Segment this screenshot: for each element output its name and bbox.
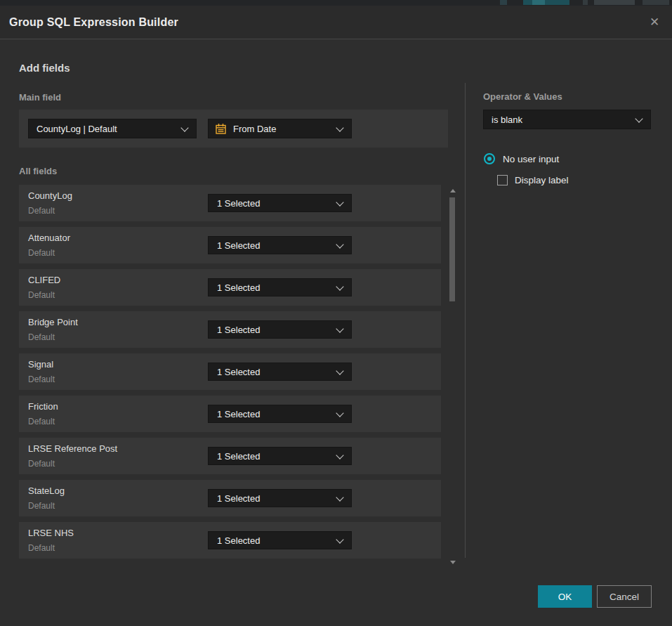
field-name: StateLog <box>28 485 65 496</box>
field-subtitle: Default <box>28 332 55 342</box>
field-selection-value: 1 Selected <box>217 198 331 209</box>
display-label-label: Display label <box>515 175 569 185</box>
chevron-down-icon <box>336 282 343 290</box>
field-row: Attenuator Default 1 Selected <box>19 227 441 263</box>
field-selection-value: 1 Selected <box>217 325 331 335</box>
chevron-down-icon <box>336 325 343 332</box>
field-name: Signal <box>28 359 53 370</box>
field-selection-value: 1 Selected <box>217 282 331 293</box>
scrollbar-thumb[interactable] <box>449 197 455 301</box>
field-row: Friction Default 1 Selected <box>19 396 441 432</box>
chevron-down-icon <box>336 124 343 131</box>
field-selection-select[interactable]: 1 Selected <box>208 405 352 423</box>
field-row: CLIFED Default 1 Selected <box>19 269 441 306</box>
field-name: LRSE Reference Post <box>28 443 117 454</box>
field-selection-value: 1 Selected <box>217 535 331 546</box>
field-row: Signal Default 1 Selected <box>19 353 441 390</box>
background-fragment <box>594 0 635 5</box>
field-selection-value: 1 Selected <box>217 451 331 462</box>
screen: Group SQL Expression Builder ✕ Add field… <box>0 0 672 626</box>
field-subtitle: Default <box>28 206 55 216</box>
group-sql-expression-builder-dialog: Group SQL Expression Builder ✕ Add field… <box>0 6 672 626</box>
operator-select[interactable]: is blank <box>483 110 651 129</box>
chevron-down-icon <box>336 367 343 374</box>
background-fragment <box>643 0 669 5</box>
field-name: Bridge Point <box>28 317 78 327</box>
dialog-title: Group SQL Expression Builder <box>9 6 178 39</box>
field-selection-value: 1 Selected <box>217 240 331 251</box>
no-user-input-label: No user input <box>503 154 559 164</box>
field-subtitle: Default <box>28 374 55 384</box>
field-name: LRSE NHS <box>28 528 74 538</box>
field-selection-value: 1 Selected <box>217 409 331 419</box>
close-icon: ✕ <box>650 15 659 30</box>
calendar-icon <box>215 123 227 135</box>
field-subtitle: Default <box>28 501 55 511</box>
field-name: CountyLog <box>28 190 72 201</box>
dialog-titlebar: Group SQL Expression Builder ✕ <box>0 6 672 39</box>
main-field-label: Main field <box>19 92 61 103</box>
field-row: Bridge Point Default 1 Selected <box>19 311 441 348</box>
main-layer-select-value: CountyLog | Default <box>37 124 176 134</box>
chevron-down-icon <box>336 451 343 459</box>
background-app-strip <box>0 0 672 6</box>
scroll-up-arrow-icon[interactable] <box>450 189 456 193</box>
field-selection-select[interactable]: 1 Selected <box>208 489 352 507</box>
all-fields-list: CountyLog Default 1 Selected Attenuator … <box>19 185 441 564</box>
chevron-down-icon <box>336 409 343 417</box>
main-layer-select[interactable]: CountyLog | Default <box>28 119 197 138</box>
field-selection-select[interactable]: 1 Selected <box>208 320 352 339</box>
chevron-down-icon <box>180 124 188 131</box>
background-fragment <box>583 0 588 5</box>
field-name: CLIFED <box>28 275 60 285</box>
background-fragment <box>523 0 569 5</box>
field-selection-select[interactable]: 1 Selected <box>208 236 352 254</box>
field-selection-select[interactable]: 1 Selected <box>208 531 352 549</box>
panel-divider <box>465 83 466 558</box>
checkbox-icon[interactable] <box>497 175 508 185</box>
main-date-field-select-value: From Date <box>233 124 331 134</box>
chevron-down-icon <box>336 240 343 248</box>
main-field-panel: CountyLog | Default From Date <box>19 110 448 148</box>
scroll-down-arrow-icon[interactable] <box>450 561 456 564</box>
add-fields-heading: Add fields <box>19 62 70 74</box>
field-name: Friction <box>28 401 58 412</box>
chevron-down-icon <box>336 198 343 206</box>
chevron-down-icon <box>336 493 343 501</box>
main-date-field-select[interactable]: From Date <box>208 119 352 138</box>
field-row: CountyLog Default 1 Selected <box>19 185 441 221</box>
field-selection-select[interactable]: 1 Selected <box>208 278 352 296</box>
field-selection-value: 1 Selected <box>217 367 331 377</box>
field-subtitle: Default <box>28 248 55 258</box>
chevron-down-icon <box>336 535 343 543</box>
field-subtitle: Default <box>28 543 55 553</box>
operator-select-value: is blank <box>492 115 631 125</box>
field-selection-value: 1 Selected <box>217 493 331 504</box>
field-selection-select[interactable]: 1 Selected <box>208 363 352 381</box>
display-label-option[interactable]: Display label <box>497 175 569 185</box>
field-row: LRSE NHS Default 1 Selected <box>19 522 441 559</box>
list-scrollbar[interactable] <box>449 185 457 566</box>
radio-button-icon[interactable] <box>484 153 495 164</box>
all-fields-label: All fields <box>19 166 57 176</box>
operator-values-label: Operator & Values <box>483 91 562 102</box>
field-subtitle: Default <box>28 290 55 300</box>
field-row: StateLog Default 1 Selected <box>19 480 441 516</box>
no-user-input-option[interactable]: No user input <box>484 153 559 164</box>
field-name: Attenuator <box>28 233 70 243</box>
ok-button[interactable]: OK <box>538 585 592 608</box>
close-button[interactable]: ✕ <box>646 13 663 30</box>
cancel-button[interactable]: Cancel <box>597 585 652 608</box>
field-subtitle: Default <box>28 417 55 426</box>
background-fragment <box>532 0 545 5</box>
background-fragment <box>500 0 507 5</box>
field-row: LRSE Reference Post Default 1 Selected <box>19 438 441 474</box>
field-selection-select[interactable]: 1 Selected <box>208 194 352 212</box>
field-selection-select[interactable]: 1 Selected <box>208 447 352 465</box>
field-subtitle: Default <box>28 459 55 469</box>
chevron-down-icon <box>635 115 643 122</box>
